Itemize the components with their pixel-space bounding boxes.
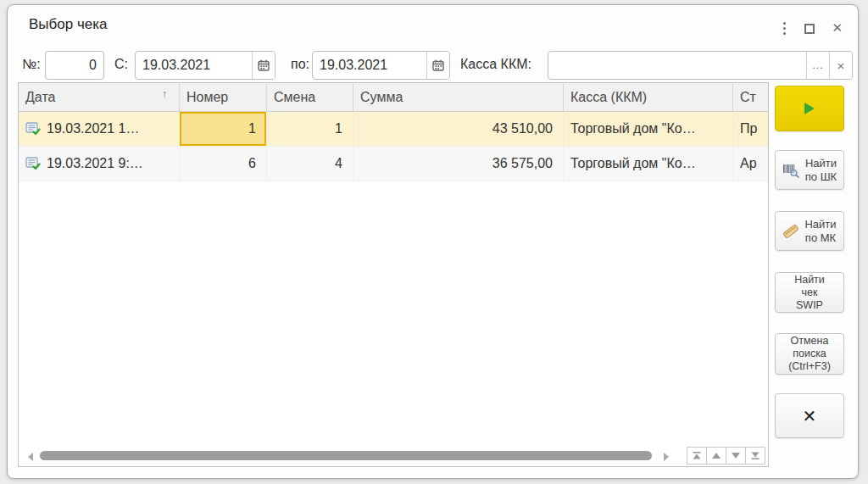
table-row[interactable]: 19.03.2021 1… 1 1 43 510,00 Торговый дом… <box>19 112 768 147</box>
column-header-date[interactable]: Дата ↑ <box>19 83 180 111</box>
cell-status[interactable]: Ар <box>733 147 768 181</box>
play-icon <box>804 103 815 114</box>
window-close-icon[interactable]: ✕ <box>832 22 843 35</box>
scroll-down-button[interactable] <box>726 447 746 465</box>
scroll-up-button[interactable] <box>706 447 726 465</box>
column-header-status[interactable]: Ст <box>733 83 768 111</box>
date-from-value: 19.03.2021 <box>136 58 252 73</box>
horizontal-scrollbar-thumb[interactable] <box>40 451 652 460</box>
date-to-input[interactable]: 19.03.2021 <box>312 51 450 80</box>
scroll-to-top-button[interactable] <box>687 447 707 465</box>
cell-kkm[interactable]: Торговый дом "Ко… <box>564 147 733 181</box>
cancel-search-button[interactable]: Отмена поиска (Ctrl+F3) <box>775 333 844 375</box>
dialog-window: Выбор чека ✕ №: 0 С: 19.03.2021 по: 19.0… <box>7 4 859 479</box>
cell-date[interactable]: 19.03.2021 1… <box>19 112 180 146</box>
scroll-to-top-icon <box>692 451 702 460</box>
find-by-magcard-label: Найти по МК <box>804 218 836 244</box>
close-dialog-button[interactable]: ✕ <box>775 393 844 438</box>
cell-sum[interactable]: 43 510,00 <box>353 112 564 146</box>
posted-document-icon <box>25 157 41 170</box>
date-from-input[interactable]: 19.03.2021 <box>135 51 275 80</box>
date-from-calendar-button[interactable] <box>252 52 275 79</box>
close-icon: ✕ <box>803 406 817 426</box>
select-check-button[interactable] <box>775 86 844 131</box>
check-number-value: 0 <box>46 58 103 73</box>
kkm-label: Касса ККМ: <box>460 57 531 72</box>
kkm-input[interactable]: ... × <box>548 51 853 80</box>
kkm-select-button[interactable]: ... <box>806 52 829 79</box>
column-header-kkm[interactable]: Касса (ККМ) <box>564 83 733 111</box>
find-check-swip-button[interactable]: Найти чек SWIP <box>775 272 844 313</box>
cell-date[interactable]: 19.03.2021 9:… <box>19 147 180 181</box>
cell-status[interactable]: Пр <box>733 112 768 146</box>
table-header-row: Дата ↑ Номер Смена Сумма Касса (ККМ) Ст <box>19 83 768 112</box>
column-header-number[interactable]: Номер <box>180 83 267 111</box>
find-by-magcard-button[interactable]: Найти по МК <box>775 211 844 251</box>
cell-shift[interactable]: 1 <box>267 112 353 146</box>
posted-document-icon <box>25 122 41 136</box>
cell-sum[interactable]: 36 575,00 <box>353 147 564 181</box>
calendar-icon <box>432 59 444 71</box>
window-controls: ✕ <box>782 20 843 36</box>
magnetic-card-icon <box>782 223 799 239</box>
cell-number-current[interactable]: 1 <box>180 112 267 146</box>
scroll-right-icon[interactable] <box>664 453 669 461</box>
check-number-label: №: <box>22 57 41 72</box>
barcode-search-icon <box>782 163 800 178</box>
date-to-label: по: <box>291 57 309 72</box>
column-header-sum[interactable]: Сумма <box>353 83 564 111</box>
window-maximize-icon[interactable] <box>804 24 815 34</box>
scroll-to-bottom-button[interactable] <box>745 447 765 465</box>
check-number-input[interactable]: 0 <box>45 51 104 80</box>
calendar-icon <box>258 59 270 71</box>
table-row[interactable]: 19.03.2021 9:… 6 4 36 575,00 Торговый до… <box>19 147 768 181</box>
window-title: Выбор чека <box>29 16 108 33</box>
kkm-clear-button[interactable]: × <box>829 52 852 79</box>
find-by-barcode-button[interactable]: Найти по ШК <box>775 150 844 190</box>
cell-number[interactable]: 6 <box>180 147 267 181</box>
scroll-up-icon <box>711 452 721 459</box>
checks-table: Дата ↑ Номер Смена Сумма Касса (ККМ) Ст … <box>18 82 769 467</box>
column-header-shift[interactable]: Смена <box>267 83 353 111</box>
sort-ascending-icon: ↑ <box>162 88 167 100</box>
scroll-to-bottom-icon <box>750 451 760 460</box>
window-menu-icon[interactable] <box>782 20 787 36</box>
cell-kkm[interactable]: Торговый дом "Ко… <box>564 112 733 146</box>
cell-shift[interactable]: 4 <box>267 147 353 181</box>
date-to-calendar-button[interactable] <box>426 52 449 79</box>
scroll-left-icon[interactable] <box>28 453 33 461</box>
date-from-label: С: <box>114 57 128 72</box>
table-scroll-nav <box>687 447 765 465</box>
date-to-value: 19.03.2021 <box>313 58 426 73</box>
scroll-down-icon <box>731 452 741 459</box>
horizontal-scrollbar <box>19 447 767 465</box>
find-by-barcode-label: Найти по ШК <box>805 157 837 183</box>
